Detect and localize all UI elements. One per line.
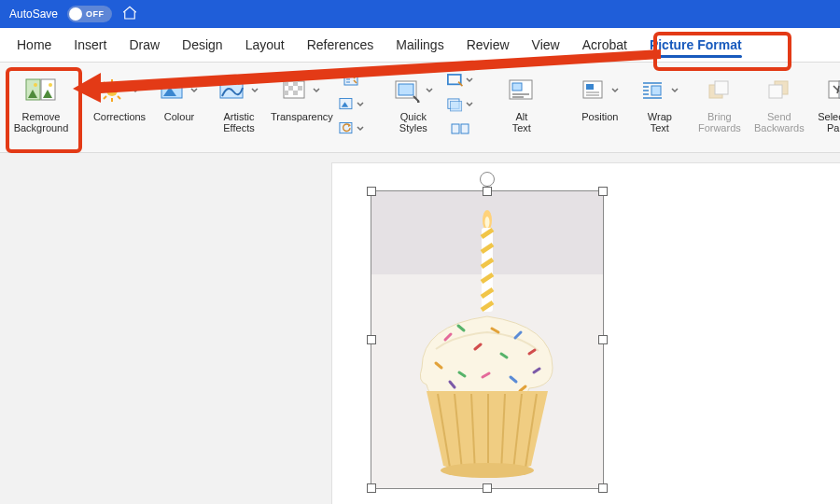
wrap-text-label: Wrap Text xyxy=(648,111,672,133)
svg-point-6 xyxy=(106,85,118,96)
position-button[interactable]: Position xyxy=(570,70,630,124)
tab-design[interactable]: Design xyxy=(171,28,234,62)
selected-picture[interactable] xyxy=(371,190,604,489)
chevron-down-icon xyxy=(312,86,321,95)
remove-background-button[interactable]: Remove Background xyxy=(11,70,71,135)
svg-rect-21 xyxy=(293,81,298,86)
artistic-effects-label: Artistic Effects xyxy=(223,111,254,133)
tab-label: View xyxy=(532,37,560,52)
tab-home[interactable]: Home xyxy=(6,28,63,62)
quick-styles-icon xyxy=(393,72,434,109)
resize-handle-tr[interactable] xyxy=(598,187,608,196)
send-backwards-label: Send Backwards xyxy=(754,111,805,133)
transparency-button[interactable]: Transparency xyxy=(269,70,335,124)
reset-icon xyxy=(339,121,355,136)
autosave-knob xyxy=(69,7,82,21)
effects-icon xyxy=(447,97,463,112)
chevron-down-icon xyxy=(610,86,620,95)
reset-picture-button[interactable] xyxy=(339,119,365,139)
tab-review[interactable]: Review xyxy=(455,28,521,62)
tab-references[interactable]: References xyxy=(296,28,385,62)
chevron-down-icon xyxy=(465,76,473,85)
selection-border xyxy=(371,190,604,489)
picture-border-button[interactable] xyxy=(447,70,473,91)
compress-icon xyxy=(343,73,360,88)
alt-text-button[interactable]: Alt Text xyxy=(492,70,552,135)
tab-view[interactable]: View xyxy=(521,28,571,62)
picture-effects-button[interactable] xyxy=(447,94,473,115)
svg-rect-45 xyxy=(715,81,728,94)
tab-label: Layout xyxy=(245,37,285,52)
resize-handle-rm[interactable] xyxy=(598,335,608,344)
selection-pane-button[interactable]: Selection Pane xyxy=(809,70,840,135)
wrap-text-icon xyxy=(640,72,679,109)
svg-rect-24 xyxy=(284,91,288,95)
picture-layout-button[interactable] xyxy=(447,119,473,139)
document-canvas[interactable] xyxy=(0,153,840,504)
chevron-down-icon xyxy=(425,86,434,95)
resize-handle-bl[interactable] xyxy=(367,483,376,493)
bring-forwards-label: Bring Forwards xyxy=(698,111,741,133)
svg-rect-25 xyxy=(293,91,298,95)
transparency-label: Transparency xyxy=(271,111,333,122)
colour-icon xyxy=(160,72,199,109)
chevron-down-icon xyxy=(189,86,199,95)
position-label: Position xyxy=(581,111,618,122)
selection-pane-label: Selection Pane xyxy=(818,111,840,133)
svg-line-11 xyxy=(104,82,106,85)
colour-button[interactable]: Colour xyxy=(149,70,209,124)
tab-label: Insert xyxy=(74,37,106,52)
border-icon xyxy=(447,73,463,88)
wrap-text-button[interactable]: Wrap Text xyxy=(630,70,690,135)
autosave-state: OFF xyxy=(82,9,110,19)
artistic-effects-button[interactable]: Artistic Effects xyxy=(209,70,269,135)
change-picture-icon xyxy=(339,97,355,112)
tab-picture-format[interactable]: Picture Format xyxy=(638,28,753,62)
tab-label: References xyxy=(307,37,374,52)
tab-label: Draw xyxy=(129,37,160,52)
chevron-down-icon xyxy=(357,100,365,109)
tab-label: Picture Format xyxy=(650,37,742,52)
svg-rect-42 xyxy=(586,84,594,90)
rotate-handle[interactable] xyxy=(480,172,495,187)
send-backwards-button[interactable]: Send Backwards xyxy=(749,70,809,135)
svg-rect-32 xyxy=(399,84,413,95)
corrections-label: Corrections xyxy=(93,111,146,122)
svg-point-5 xyxy=(49,83,52,87)
home-icon[interactable] xyxy=(121,5,138,24)
tab-mailings[interactable]: Mailings xyxy=(385,28,455,62)
tab-label: Acrobat xyxy=(582,37,627,52)
tab-bar: Home Insert Draw Design Layout Reference… xyxy=(0,28,840,63)
tab-acrobat[interactable]: Acrobat xyxy=(571,28,638,62)
svg-rect-20 xyxy=(284,81,288,86)
autosave-toggle[interactable]: OFF xyxy=(67,6,112,22)
remove-background-label: Remove Background xyxy=(14,111,69,133)
corrections-icon xyxy=(99,72,140,109)
alt-text-label: Alt Text xyxy=(512,111,531,133)
chevron-down-icon xyxy=(670,86,679,95)
bring-forwards-button[interactable]: Bring Forwards xyxy=(690,70,749,135)
resize-handle-lm[interactable] xyxy=(367,335,376,344)
tab-label: Home xyxy=(17,37,51,52)
quick-styles-label: Quick Styles xyxy=(399,111,427,133)
chevron-down-icon xyxy=(131,86,140,95)
artistic-effects-icon xyxy=(218,72,259,109)
svg-rect-36 xyxy=(450,102,461,111)
svg-line-13 xyxy=(118,82,120,85)
tab-layout[interactable]: Layout xyxy=(234,28,296,62)
tab-draw[interactable]: Draw xyxy=(118,28,171,62)
corrections-button[interactable]: Corrections xyxy=(90,70,149,124)
svg-rect-40 xyxy=(512,83,522,91)
colour-label: Colour xyxy=(164,111,194,122)
resize-handle-br[interactable] xyxy=(598,483,608,493)
compress-pictures-button[interactable] xyxy=(339,70,365,91)
change-picture-button[interactable] xyxy=(339,94,365,115)
resize-handle-tm[interactable] xyxy=(483,187,492,196)
svg-point-17 xyxy=(175,84,180,89)
bring-forwards-icon xyxy=(707,72,733,109)
tab-insert[interactable]: Insert xyxy=(63,28,118,62)
quick-styles-button[interactable]: Quick Styles xyxy=(384,70,443,135)
tab-label: Design xyxy=(182,37,223,52)
resize-handle-tl[interactable] xyxy=(367,187,376,196)
resize-handle-bm[interactable] xyxy=(483,483,492,493)
